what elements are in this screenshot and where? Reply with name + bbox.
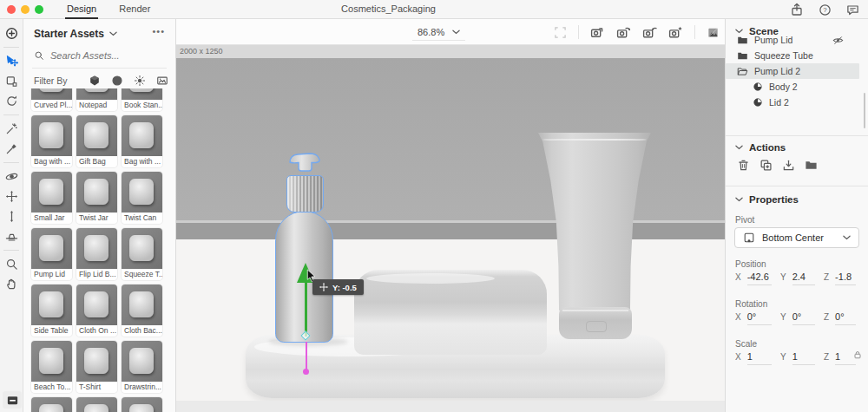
maximize-window-button[interactable] — [35, 5, 43, 14]
minimize-window-button[interactable] — [21, 5, 30, 14]
position-x-value[interactable]: -42.6 — [747, 271, 772, 285]
asset-card[interactable]: T-Shirt — [76, 341, 117, 393]
gizmo-y-axis-line[interactable] — [305, 276, 307, 337]
window-controls[interactable] — [7, 5, 43, 14]
asset-card[interactable]: Curved Pl... — [31, 88, 72, 111]
rotation-z-field[interactable]: Z0° — [824, 311, 865, 325]
squeeze-tube-cap-model[interactable] — [559, 307, 632, 339]
asset-card[interactable]: Cloth Bac... — [122, 284, 162, 337]
export-button[interactable] — [781, 158, 796, 173]
position-y-value[interactable]: 2.4 — [792, 271, 815, 285]
pump-bottle-nozzle-selected[interactable] — [287, 152, 324, 178]
position-z-field[interactable]: Z-1.8 — [824, 271, 865, 285]
scale-y-value[interactable]: 1 — [792, 351, 815, 365]
scene-item-squeeze-tube[interactable]: Squeeze Tube — [726, 48, 859, 63]
rotation-y-value[interactable]: 0° — [792, 311, 815, 325]
position-z-value[interactable]: -1.8 — [835, 271, 856, 285]
asset-card[interactable]: Flip Lid B... — [76, 228, 117, 280]
group-folder-button[interactable] — [804, 158, 819, 173]
images-filter-icon[interactable] — [156, 75, 168, 87]
visibility-off-icon[interactable] — [832, 36, 844, 46]
assets-more-menu[interactable]: ••• — [152, 26, 165, 36]
actions-section-header[interactable]: Actions — [735, 142, 786, 153]
hand-tool[interactable] — [2, 274, 21, 293]
asset-card[interactable] — [76, 397, 117, 412]
zoom-camera-tool[interactable] — [2, 254, 21, 273]
materials-filter-icon[interactable] — [111, 75, 123, 87]
soap-block-model[interactable] — [354, 270, 547, 355]
asset-card[interactable]: Bag with ... — [122, 115, 162, 167]
close-window-button[interactable] — [7, 5, 16, 14]
search-input[interactable] — [50, 50, 155, 61]
select-rotate-tool[interactable] — [2, 91, 21, 110]
dolly-camera-tool[interactable] — [2, 206, 21, 226]
horizon-tool[interactable] — [2, 226, 21, 245]
tab-render[interactable]: Render — [119, 0, 150, 19]
fit-frame-button[interactable] — [554, 26, 567, 39]
scene-item-lid-2[interactable]: Lid 2 — [726, 95, 859, 110]
scene-section-header[interactable]: Scene — [735, 26, 779, 36]
rotation-y-field[interactable]: Y0° — [780, 311, 824, 325]
rotation-z-value[interactable]: 0° — [835, 311, 856, 325]
scale-y-field[interactable]: Y1 — [780, 351, 824, 365]
scene-item-pump-lid[interactable]: Pump Lid — [726, 36, 859, 48]
asset-card[interactable]: Bag with ... — [31, 115, 72, 167]
assets-header-dropdown[interactable]: Starter Assets — [34, 28, 117, 40]
assets-scroll-area[interactable]: Curved Pl...NotepadBook Stan..Bag with .… — [23, 88, 175, 412]
filter-by-label: Filter By — [34, 75, 68, 86]
scene-item-pump-lid-2[interactable]: Pump Lid 2 — [726, 63, 859, 79]
sampler-tool[interactable] — [2, 139, 21, 158]
asset-card[interactable]: Cloth On ... — [76, 284, 117, 337]
lights-filter-icon[interactable] — [134, 75, 146, 87]
3d-viewport[interactable]: Y: -0.5 — [176, 58, 725, 401]
camera-redo-button[interactable] — [642, 25, 657, 40]
share-icon[interactable] — [790, 3, 804, 16]
add-content-tool[interactable] — [2, 23, 21, 43]
pump-bottle-cap-selected[interactable] — [286, 175, 324, 213]
render-preview-button[interactable] — [707, 26, 720, 39]
asset-thumbnail — [31, 172, 72, 213]
asset-card[interactable]: Pump Lid — [31, 228, 72, 280]
select-move-tool[interactable] — [2, 51, 21, 70]
help-icon[interactable]: ? — [819, 3, 832, 16]
models-filter-icon[interactable] — [89, 75, 101, 87]
rotation-x-field[interactable]: X0° — [735, 311, 780, 325]
rotation-x-value[interactable]: 0° — [747, 311, 772, 325]
asset-card[interactable]: Small Jar — [31, 172, 72, 224]
position-y-field[interactable]: Y2.4 — [780, 271, 824, 285]
asset-card[interactable]: Beach To... — [31, 341, 72, 393]
asset-card[interactable] — [31, 397, 72, 412]
scene-scrollbar[interactable] — [864, 93, 866, 128]
zoom-level-dropdown[interactable]: 86.8% — [412, 23, 465, 41]
left-toolbar — [0, 19, 23, 412]
lock-scale-icon[interactable] — [852, 350, 863, 360]
asset-card[interactable]: Gift Bag — [76, 115, 117, 167]
asset-card[interactable]: Twist Can — [122, 172, 162, 224]
asset-search[interactable] — [34, 50, 155, 61]
delete-button[interactable] — [736, 158, 751, 173]
asset-card[interactable]: Book Stan.. — [122, 88, 162, 111]
position-x-field[interactable]: X-42.6 — [735, 271, 780, 285]
pivot-dropdown[interactable]: Bottom Center — [734, 227, 859, 248]
scale-x-value[interactable]: 1 — [747, 351, 772, 365]
camera-frame-button[interactable] — [590, 25, 605, 40]
asset-card[interactable]: Side Table — [31, 284, 72, 337]
pan-camera-tool[interactable] — [2, 186, 21, 206]
tab-design[interactable]: Design — [67, 0, 96, 19]
scene-item-body-2[interactable]: Body 2 — [726, 79, 859, 95]
magic-wand-tool[interactable] — [2, 119, 21, 138]
duplicate-button[interactable] — [759, 158, 773, 173]
comments-icon[interactable] — [846, 3, 859, 16]
assets-panel-toggle[interactable] — [3, 391, 22, 409]
asset-card[interactable]: Notepad — [76, 88, 117, 111]
scale-x-field[interactable]: X1 — [735, 351, 780, 365]
properties-section-header[interactable]: Properties — [735, 194, 799, 205]
asset-card[interactable]: Squeeze T... — [122, 228, 162, 280]
asset-card[interactable]: Drawstrin... — [122, 341, 162, 393]
camera-undo-button[interactable] — [616, 25, 631, 40]
select-scale-tool[interactable] — [2, 71, 21, 90]
asset-card[interactable]: Twist Jar — [76, 172, 117, 224]
orbit-camera-tool[interactable] — [2, 167, 21, 186]
camera-bookmark-button[interactable] — [668, 25, 683, 40]
asset-card[interactable] — [122, 397, 162, 412]
